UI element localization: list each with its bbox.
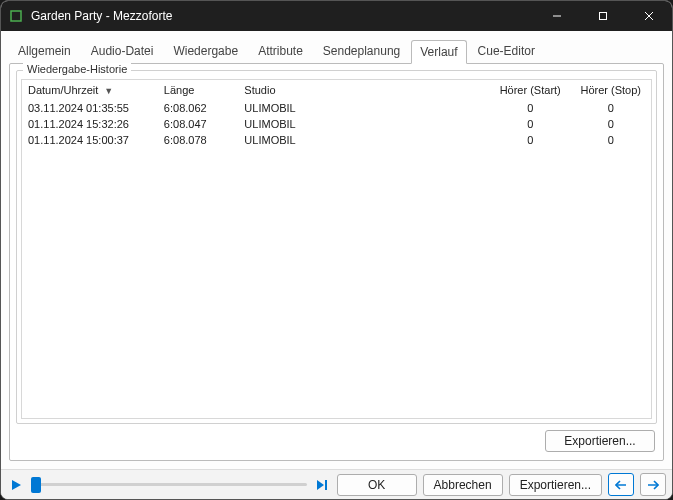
table-body: 03.11.2024 01:35:556:08.062ULIMOBIL0001.… [22,100,651,148]
position-slider[interactable] [31,476,307,494]
tab-body: Wiedergabe-Historie Datum/Uhrzeit ▼ Läng… [9,63,664,461]
tab-bar: AllgemeinAudio-DateiWiedergabeAttributeS… [5,35,668,63]
titlebar: Garden Party - Mezzoforte [1,1,672,31]
cell-hstop: 0 [570,116,651,132]
col-header-hstop[interactable]: Hörer (Stop) [570,80,651,100]
cell-datum: 01.11.2024 15:00:37 [22,132,158,148]
cell-laenge: 6:08.062 [158,100,239,116]
table-row[interactable]: 01.11.2024 15:32:266:08.047ULIMOBIL00 [22,116,651,132]
history-table: Datum/Uhrzeit ▼ Länge Studio Hörer (Star… [22,80,651,148]
tab-audio-datei[interactable]: Audio-Datei [82,39,163,63]
col-header-laenge[interactable]: Länge [158,80,239,100]
minimize-button[interactable] [534,1,580,31]
play-button[interactable] [7,476,25,494]
tab-verlauf[interactable]: Verlauf [411,40,466,64]
slider-thumb[interactable] [31,477,41,493]
col-header-hstart[interactable]: Hörer (Start) [490,80,571,100]
table-header-row: Datum/Uhrzeit ▼ Länge Studio Hörer (Star… [22,80,651,100]
ok-button[interactable]: OK [337,474,417,496]
svg-rect-0 [11,11,21,21]
cell-hstop: 0 [570,100,651,116]
tab-wiedergabe[interactable]: Wiedergabe [164,39,247,63]
window: Garden Party - Mezzoforte AllgemeinAudio… [0,0,673,500]
tab-attribute[interactable]: Attribute [249,39,312,63]
cell-laenge: 6:08.047 [158,116,239,132]
table-row[interactable]: 01.11.2024 15:00:376:08.078ULIMOBIL00 [22,132,651,148]
cell-laenge: 6:08.078 [158,132,239,148]
table-row[interactable]: 03.11.2024 01:35:556:08.062ULIMOBIL00 [22,100,651,116]
tab-allgemein[interactable]: Allgemein [9,39,80,63]
export-row: Exportieren... [16,424,657,454]
sort-indicator-icon: ▼ [104,86,113,96]
cell-hstop: 0 [570,132,651,148]
cell-datum: 03.11.2024 01:35:55 [22,100,158,116]
maximize-button[interactable] [580,1,626,31]
history-table-wrap: Datum/Uhrzeit ▼ Länge Studio Hörer (Star… [21,79,652,419]
footer-export-button[interactable]: Exportieren... [509,474,602,496]
skip-end-button[interactable] [313,476,331,494]
app-icon [9,9,23,23]
prev-arrow-button[interactable] [608,473,634,496]
history-groupbox: Wiedergabe-Historie Datum/Uhrzeit ▼ Läng… [16,70,657,424]
cell-datum: 01.11.2024 15:32:26 [22,116,158,132]
cancel-button[interactable]: Abbrechen [423,474,503,496]
groupbox-title: Wiedergabe-Historie [23,63,131,75]
svg-rect-2 [600,13,607,20]
cell-hstart: 0 [490,116,571,132]
close-button[interactable] [626,1,672,31]
window-title: Garden Party - Mezzoforte [31,9,534,23]
window-controls [534,1,672,31]
col-header-datum-label: Datum/Uhrzeit [28,84,98,96]
tab-sendeplanung[interactable]: Sendeplanung [314,39,409,63]
next-arrow-button[interactable] [640,473,666,496]
cell-studio: ULIMOBIL [238,100,490,116]
col-header-datum[interactable]: Datum/Uhrzeit ▼ [22,80,158,100]
svg-marker-5 [12,480,21,490]
cell-studio: ULIMOBIL [238,116,490,132]
content-area: AllgemeinAudio-DateiWiedergabeAttributeS… [1,31,672,469]
svg-rect-7 [325,480,327,490]
tab-cue-editor[interactable]: Cue-Editor [469,39,544,63]
cell-hstart: 0 [490,100,571,116]
slider-track [31,483,307,486]
export-button[interactable]: Exportieren... [545,430,655,452]
col-header-studio[interactable]: Studio [238,80,490,100]
cell-studio: ULIMOBIL [238,132,490,148]
cell-hstart: 0 [490,132,571,148]
svg-marker-6 [317,480,324,490]
footer-bar: OK Abbrechen Exportieren... [1,469,672,499]
